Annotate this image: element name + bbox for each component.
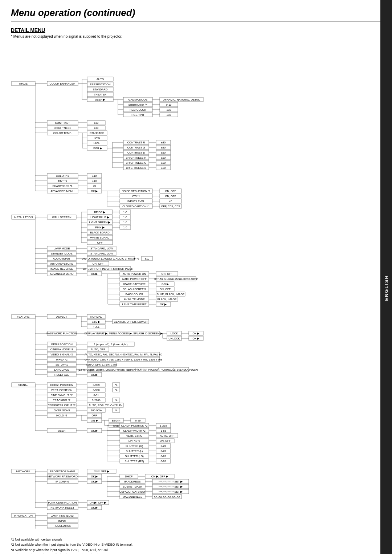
svg-text:OFF: OFF (92, 414, 97, 417)
svg-text:±30: ±30 (94, 121, 98, 125)
svg-text:BLACK BOARD: BLACK BOARD (90, 231, 110, 234)
svg-text:100-90%: 100-90% (91, 409, 102, 412)
svg-text:OK ▶: OK ▶ (91, 190, 98, 193)
svg-text:INPUT LEVEL: INPUT LEVEL (127, 200, 145, 203)
svg-text:OFF, AUTO, 1280 x 768, 1280 x : OFF, AUTO, 1280 x 768, 1280 x 768RB, 136… (85, 358, 162, 361)
svg-text:OFF,5min,10min,15min,30min,60m: OFF,5min,10min,15min,30min,60min (154, 277, 199, 281)
svg-text:DISPLAY INPUT ▶, MENU ACCESS ▶: DISPLAY INPUT ▶, MENU ACCESS ▶, SPLASH I… (84, 332, 163, 335)
svg-text:IMAGE REVERSE: IMAGE REVERSE (50, 267, 73, 270)
svg-text:±5: ±5 (93, 184, 96, 188)
section-title: DETAIL MENU (11, 27, 381, 33)
svg-text:***.***.***.*** SET ▶: ***.***.***.*** SET ▶ (159, 490, 183, 493)
svg-text:ASPECT: ASPECT (56, 315, 67, 318)
svg-text:LOCK: LOCK (171, 332, 178, 335)
svg-text:CENTER, UPPER, LOWER: CENTER, UPPER, LOWER (114, 320, 148, 323)
svg-text:OK ▶: OK ▶ (91, 475, 98, 478)
svg-text:STANDARD, LOW: STANDARD, LOW (90, 247, 113, 250)
svg-text:HOLD *2: HOLD *2 (56, 414, 67, 417)
svg-text:CTI *1: CTI *1 (132, 195, 140, 198)
svg-text:1-5: 1-5 (123, 221, 127, 224)
svg-text:AUTO, NTSC, PAL, SECAM, 4.43NT: AUTO, NTSC, PAL, SECAM, 4.43NTSC, PAL-M,… (85, 353, 162, 356)
svg-text:0-20: 0-20 (160, 444, 166, 448)
svg-text:ON, OFF: ON, OFF (165, 190, 176, 193)
svg-text:OVER SCAN: OVER SCAN (54, 409, 70, 412)
svg-text:PJlink CERTIFICATION: PJlink CERTIFICATION (48, 501, 77, 504)
svg-text:AUDIO INPUT: AUDIO INPUT (53, 257, 71, 260)
svg-text:0-2800: 0-2800 (92, 399, 100, 402)
svg-text:0-20: 0-20 (160, 460, 166, 463)
svg-text:BrilliantColor ™: BrilliantColor ™ (128, 103, 147, 106)
svg-text:CLAMP POSITION *2: CLAMP POSITION *2 (121, 424, 148, 427)
svg-text:0-10: 0-10 (166, 103, 171, 106)
svg-text:LOW: LOW (94, 137, 100, 140)
svg-text:1-5: 1-5 (123, 226, 127, 229)
english-sidebar: ENGLISH (380, 0, 392, 554)
svg-text:COLOR TEMP.: COLOR TEMP. (53, 131, 72, 135)
svg-text:SETUP *1: SETUP *1 (56, 363, 68, 366)
svg-text:NOISE REDUCTION *1: NOISE REDUCTION *1 (122, 190, 150, 193)
svg-text:OK ▶: OK ▶ (193, 337, 200, 340)
svg-text:CONTRAST: CONTRAST (55, 121, 70, 125)
svg-text:ADVANCED MENU: ADVANCED MENU (50, 190, 74, 193)
svg-text:STANDBY MODE: STANDBY MODE (51, 252, 72, 255)
svg-text:1-5: 1-5 (123, 211, 127, 214)
svg-text:±30: ±30 (161, 161, 166, 164)
svg-text:AV MUTE MODE: AV MUTE MODE (124, 298, 144, 301)
svg-text:INSTALLATION: INSTALLATION (14, 216, 33, 219)
svg-text:±10: ±10 (167, 113, 171, 117)
subtitle: * Menus are not displayed when no signal… (11, 34, 381, 38)
footnotes: *1 Not available with certain signals *2… (11, 537, 381, 554)
svg-text:SHARPNESS *1: SHARPNESS *1 (52, 184, 72, 188)
svg-text:OFF, MIRROR, INVERT, MIRROR IN: OFF, MIRROR, INVERT, MIRROR INVERT (83, 267, 135, 270)
svg-text:SHUTTER (RS): SHUTTER (RS) (125, 460, 144, 463)
svg-text:BRIGHTNESS G: BRIGHTNESS G (126, 161, 147, 164)
svg-text:ON ▶: ON ▶ (91, 419, 98, 422)
english-label: ENGLISH (384, 275, 389, 301)
svg-text:PINK ▶: PINK ▶ (95, 226, 105, 229)
svg-text:±30: ±30 (161, 151, 166, 154)
svg-text:0-99: 0-99 (135, 419, 140, 422)
svg-text:ADVANCED MENU: ADVANCED MENU (50, 272, 73, 276)
svg-text:OFF, CC1, CC2: OFF, CC1, CC2 (161, 205, 180, 208)
svg-text:PASSWORD FUNCTION: PASSWORD FUNCTION (46, 332, 77, 335)
svg-text:OK ▶: OK ▶ (91, 272, 98, 276)
svg-text:BLACK, IMAGE: BLACK, IMAGE (158, 298, 177, 301)
svg-text:GO ▶: GO ▶ (162, 282, 169, 286)
svg-text:OK ▶: OK ▶ (160, 303, 167, 306)
svg-text:LAMP MODE: LAMP MODE (54, 247, 70, 250)
svg-text:SUBNET MASK: SUBNET MASK (123, 485, 142, 488)
svg-text:ON, OFF: ON, OFF (165, 195, 176, 198)
svg-text:OK ▶: OK ▶ (193, 332, 200, 335)
svg-text:ON, OFF: ON, OFF (160, 288, 171, 291)
svg-text:SHUTTER (LS): SHUTTER (LS) (125, 455, 144, 458)
menu-tree-svg: text { font-family: Arial, sans-serif; f… (11, 42, 367, 529)
svg-text:AUTO POWER OFF: AUTO POWER OFF (122, 277, 147, 281)
svg-text:1 (upper left), 2 (lower right: 1 (upper left), 2 (lower right) (94, 343, 128, 346)
svg-text:1-255: 1-255 (160, 424, 167, 427)
svg-text:INPUT: INPUT (58, 519, 67, 522)
svg-text:PROJECTOR NAME: PROJECTOR NAME (50, 470, 75, 473)
svg-text:USER ▶: USER ▶ (92, 147, 103, 150)
svg-text:FEATURE: FEATURE (17, 315, 29, 318)
svg-text:INFORMATION: INFORMATION (14, 514, 33, 517)
footnote-2: *2 Not available when the input signal i… (11, 542, 381, 547)
footnote-4: *4 The range that can be specified varie… (11, 553, 381, 554)
svg-text:OK ▶: OK ▶ (91, 373, 98, 376)
svg-text:BRIGHTNESS B: BRIGHTNESS B (126, 166, 146, 170)
svg-text:(1.4-in), English, Español, De: (1.4-in), English, Español, Deutsch, Fra… (78, 368, 198, 371)
svg-text:HIGH: HIGH (94, 142, 101, 145)
svg-text:ON ▶, OFF ▶: ON ▶, OFF ▶ (90, 501, 107, 504)
svg-text:STANDARD: STANDARD (93, 88, 108, 91)
diagram-area: text { font-family: Arial, sans-serif; f… (11, 42, 367, 530)
svg-text:±30: ±30 (161, 141, 166, 144)
svg-text:AUTO, OFF: AUTO, OFF (91, 348, 105, 351)
svg-text:***.***.***.*** SET ▶: ***.***.***.*** SET ▶ (159, 485, 183, 488)
svg-text:AUTO, OFF, 3.75%, 7.5%: AUTO, OFF, 3.75%, 7.5% (86, 363, 117, 366)
svg-text:±5: ±5 (169, 200, 172, 203)
svg-text:PRESENTATION: PRESENTATION (90, 83, 110, 86)
svg-text:OK ▶: OK ▶ (91, 480, 98, 483)
svg-text:BRIGHTNESS: BRIGHTNESS (54, 126, 72, 130)
svg-text:BEGIN: BEGIN (112, 419, 120, 422)
svg-text:VIDEO SIGNAL *5: VIDEO SIGNAL *5 (50, 353, 73, 356)
svg-text:XX-XX-XX-XX-XX-XX: XX-XX-XX-XX-XX-XX (154, 495, 180, 498)
